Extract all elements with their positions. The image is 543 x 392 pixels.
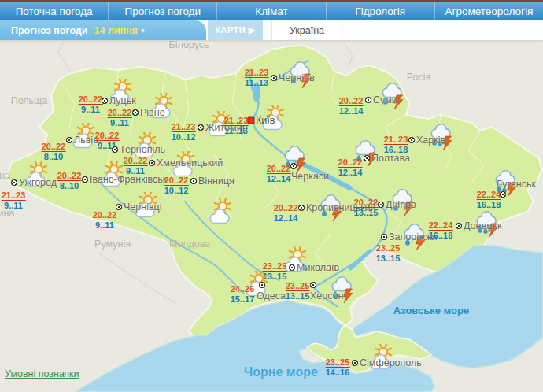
city-marker[interactable] <box>500 191 506 198</box>
temperature-block: 20..228..10 <box>42 142 66 161</box>
temp-high: 20..22 <box>339 96 364 106</box>
temperature-block: 20..229..11 <box>79 94 103 114</box>
topnav-tab[interactable]: Поточна погода <box>0 2 109 20</box>
temp-high: 20..22 <box>95 131 120 141</box>
city-name[interactable]: Хмельницький <box>157 157 223 168</box>
city-marker[interactable] <box>11 179 17 186</box>
city-marker[interactable] <box>102 98 108 104</box>
country-label: Словаччина <box>0 170 10 181</box>
city-name[interactable]: Одеса <box>257 290 286 301</box>
temperature-block: 23..2514..16 <box>326 357 350 377</box>
city-name[interactable]: Київ <box>256 115 275 126</box>
temperature-block: 22..2416..18 <box>477 190 501 209</box>
city-marker[interactable] <box>290 163 297 169</box>
temp-high: 20..22 <box>108 108 132 118</box>
city-name[interactable]: Херсон <box>310 290 344 301</box>
country-label: Румунія <box>94 239 131 250</box>
topnav-tab[interactable]: Агрометеорологія <box>435 2 543 20</box>
temp-low: 13..15 <box>286 291 310 301</box>
city-name[interactable]: Рівне <box>140 107 165 118</box>
temp-high: 20..22 <box>57 171 82 181</box>
city-name[interactable]: Черкаси <box>291 171 329 182</box>
temp-high: 20..22 <box>79 94 103 105</box>
city-marker[interactable] <box>112 146 118 153</box>
city-name[interactable]: Харків <box>416 135 445 146</box>
city-name[interactable]: Донецьк <box>464 220 502 231</box>
city-name[interactable]: Івано-Франківськ <box>90 174 167 185</box>
temp-high: 20..22 <box>267 164 291 174</box>
maps-button[interactable]: КАРТИ ▶ <box>208 20 263 40</box>
temp-high: 23..25 <box>376 243 401 253</box>
city-marker[interactable] <box>190 178 197 184</box>
city-name[interactable]: Луганськ <box>496 179 536 190</box>
chevron-down-icon[interactable]: ▾ <box>141 27 145 35</box>
city-marker[interactable] <box>298 205 305 211</box>
temp-low: 9..11 <box>108 118 132 128</box>
city-name[interactable]: Полтава <box>371 153 410 164</box>
temp-low: 9..11 <box>2 201 26 210</box>
city-name[interactable]: Сімферополь <box>360 357 422 368</box>
temp-low: 12..14 <box>338 168 363 177</box>
city-marker[interactable] <box>381 234 387 240</box>
temp-high: 23..25 <box>286 281 310 291</box>
section-title: Прогноз погоди <box>11 25 88 36</box>
city-marker[interactable] <box>408 137 415 143</box>
country-label: Білорусь <box>168 39 209 50</box>
city-name[interactable]: Тернопіль <box>120 144 165 155</box>
legend-link[interactable]: Умовні позначки <box>5 368 79 379</box>
city-marker[interactable] <box>289 264 295 271</box>
temp-high: 23..25 <box>326 357 350 368</box>
temp-high: 21..23 <box>384 135 408 145</box>
city-marker[interactable] <box>271 75 277 81</box>
temperature-block: 20..2210..12 <box>164 176 189 195</box>
temp-high: 20..22 <box>93 210 117 220</box>
city-name[interactable]: Ужгород <box>19 177 57 188</box>
city-marker[interactable] <box>378 202 384 208</box>
city-name[interactable]: Миколаїв <box>297 262 339 273</box>
temperature-block: 21..2316..18 <box>384 135 408 154</box>
city-marker[interactable] <box>149 160 155 166</box>
city-name[interactable]: Чернівці <box>124 202 162 213</box>
city-marker[interactable] <box>456 223 462 229</box>
city-marker[interactable] <box>364 155 370 161</box>
temp-high: 20..22 <box>274 203 298 213</box>
temp-low: 13..15 <box>354 208 379 217</box>
temperature-block: 20..2213..15 <box>354 198 379 217</box>
temp-low: 16..18 <box>429 231 453 240</box>
city-marker[interactable] <box>116 204 122 210</box>
temp-low: 10..12 <box>164 186 189 195</box>
temp-high: 20..22 <box>338 157 363 168</box>
temperature-block: 20..229..11 <box>108 108 132 128</box>
city-name[interactable]: Чернігів <box>279 72 315 83</box>
city-marker[interactable] <box>352 360 358 366</box>
capital-marker[interactable] <box>248 117 255 124</box>
city-marker[interactable] <box>259 282 265 288</box>
city-marker[interactable] <box>365 97 371 103</box>
city-marker[interactable] <box>82 176 88 183</box>
temp-low: 12..14 <box>267 174 291 183</box>
city-marker[interactable] <box>66 137 72 143</box>
city-marker[interactable] <box>310 282 316 288</box>
tab-ukraine[interactable]: Україна <box>272 20 342 40</box>
date-dropdown[interactable]: 14 липня <box>94 25 138 36</box>
temp-high: 21..23 <box>224 116 249 126</box>
city-marker[interactable] <box>132 109 139 116</box>
city-name[interactable]: Суми <box>373 94 397 105</box>
city-name[interactable]: Луцьк <box>109 95 136 106</box>
city-name[interactable]: Дніпро <box>386 199 416 210</box>
temperature-block: 21..2310..12 <box>172 122 196 142</box>
temp-high: 22..24 <box>477 190 501 200</box>
city-marker[interactable] <box>198 124 204 131</box>
map-base <box>0 40 543 392</box>
city-name[interactable]: Вінниця <box>198 176 235 187</box>
topnav-tab[interactable]: Клімат <box>217 2 326 20</box>
temp-low: 12..14 <box>274 213 298 223</box>
temperature-block: 20..2212..14 <box>339 96 364 116</box>
sun-cloud-icon <box>207 198 238 230</box>
temp-high: 21..23 <box>2 190 26 201</box>
topnav-tab[interactable]: Гідрологія <box>327 2 435 20</box>
temperature-block: 21..2311..13 <box>224 116 249 135</box>
topnav-tab[interactable]: Прогноз погоди <box>109 2 217 20</box>
temp-high: 21..23 <box>172 122 196 132</box>
country-label: Польща <box>11 95 48 106</box>
